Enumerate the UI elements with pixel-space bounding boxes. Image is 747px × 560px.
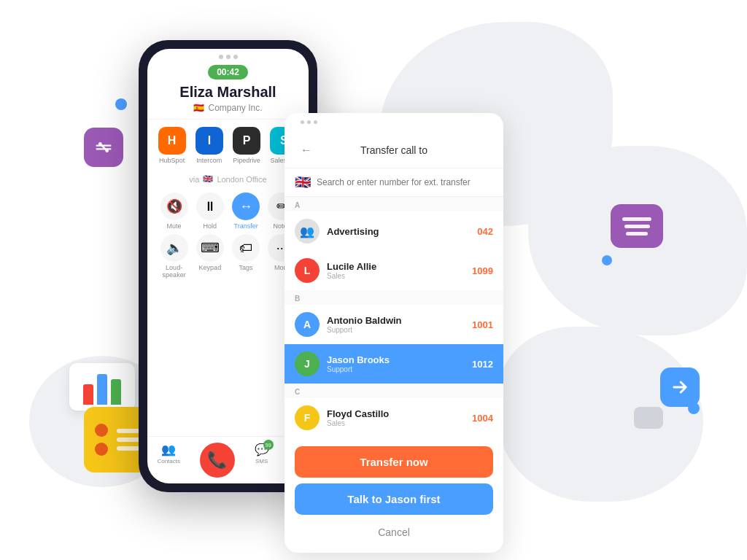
panel-title: Transfer call to	[317, 144, 471, 156]
advertising-avatar: 👥	[295, 219, 320, 244]
phone-dot-3	[233, 55, 238, 59]
pipedrive-icon: P	[233, 127, 260, 155]
hold-icon: ⏸	[196, 192, 224, 220]
action-row-1: 🔇 Mute ⏸ Hold ↔ Transfer ✏ Notes	[156, 192, 300, 230]
contact-antonio-baldwin[interactable]: A Antonio Baldwin Support 1001	[285, 305, 503, 344]
transfer-label: Transfer	[234, 222, 258, 230]
antonio-name: Antonio Baldwin	[327, 315, 465, 326]
widget-transfer-right	[660, 368, 700, 407]
tags-label: Tags	[239, 264, 253, 271]
jason-name: Jason Brooks	[327, 354, 465, 365]
chart-bar-2	[97, 374, 107, 405]
phone-notch-bar	[147, 49, 309, 62]
floyd-dept: Sales	[327, 419, 465, 427]
transfer-button[interactable]: ↔ Transfer	[232, 192, 260, 230]
transfer-panel: ← Transfer call to 🇬🇧 A 👥 Advertising 04…	[285, 113, 503, 553]
phone-contact-company: 🇪🇸 Company Inc.	[158, 103, 298, 113]
hangup-button[interactable]: 📞	[200, 443, 235, 478]
search-input[interactable]	[317, 177, 493, 187]
chart-widget	[69, 363, 135, 411]
keypad-button[interactable]: ⌨ Keypad	[196, 234, 224, 279]
chart-bar-3	[111, 379, 121, 405]
contact-jason-brooks[interactable]: J Jason Brooks Support 1012	[285, 344, 503, 384]
company-name: Company Inc.	[208, 103, 262, 113]
yellow-circles	[95, 424, 108, 456]
panel-dot-2	[307, 120, 311, 124]
search-flag: 🇬🇧	[295, 174, 311, 190]
phone-contact-name: Eliza Marshall	[158, 84, 298, 101]
pipedrive-label: Pipedrive	[233, 157, 260, 164]
antonio-avatar: A	[295, 312, 320, 337]
advertising-info: Advertising	[327, 226, 470, 237]
integration-hubspot[interactable]: H HubSpot	[158, 127, 186, 164]
transfer-right-icon	[670, 377, 690, 397]
keypad-icon: ⌨	[196, 234, 224, 262]
search-bar: 🇬🇧	[285, 168, 503, 197]
nav-hangup[interactable]: 📞	[200, 443, 235, 478]
antonio-info: Antonio Baldwin Support	[327, 315, 465, 334]
nav-contacts[interactable]: 👥 Contacts	[157, 443, 180, 478]
section-c-label: C	[285, 384, 503, 398]
transfer-icon	[93, 137, 114, 158]
yellow-circle-1	[95, 424, 108, 437]
message-widget	[611, 204, 663, 248]
widget-transfer-icon	[84, 128, 123, 167]
panel-dot-3	[314, 120, 317, 124]
loudspeaker-icon: 🔈	[160, 234, 188, 262]
transfer-now-button[interactable]: Transfer now	[295, 446, 493, 478]
chart-bar-1	[83, 384, 93, 405]
integration-pipedrive[interactable]: P Pipedrive	[233, 127, 260, 164]
via-flag: 🇬🇧	[203, 174, 213, 184]
phone-dot-2	[226, 55, 231, 59]
keypad-label: Keypad	[199, 264, 222, 271]
contact-advertising[interactable]: 👥 Advertising 042	[285, 211, 503, 251]
yellow-circle-2	[95, 443, 108, 456]
antonio-ext: 1001	[472, 319, 493, 330]
tags-button[interactable]: 🏷 Tags	[232, 234, 260, 279]
integration-intercom[interactable]: I Intercom	[196, 127, 223, 164]
sms-label: SMS	[255, 458, 268, 464]
loudspeaker-button[interactable]: 🔈 Loud-speaker	[160, 234, 188, 279]
phone-dot-1	[219, 55, 223, 59]
msg-line-2	[624, 225, 650, 228]
accent-dot-2	[602, 255, 612, 265]
contacts-icon: 👥	[161, 443, 176, 456]
nav-sms[interactable]: 💬 99 SMS	[255, 443, 269, 478]
intercom-label: Intercom	[196, 157, 222, 164]
advertising-ext: 042	[477, 226, 493, 237]
lucile-dept: Sales	[327, 272, 465, 280]
mute-icon: 🔇	[160, 192, 188, 220]
hubspot-icon: H	[158, 127, 186, 155]
back-button[interactable]: ←	[296, 140, 317, 160]
lucile-name: Lucile Allie	[327, 261, 465, 272]
cancel-button[interactable]: Cancel	[295, 521, 493, 544]
background-blob-3	[499, 327, 703, 502]
via-text: via	[189, 175, 199, 184]
hubspot-label: HubSpot	[159, 157, 185, 164]
jason-ext: 1012	[472, 359, 493, 370]
mute-button[interactable]: 🔇 Mute	[160, 192, 188, 230]
lucile-ext: 1099	[472, 265, 493, 276]
phone-dots	[219, 55, 238, 59]
jason-info: Jason Brooks Support	[327, 354, 465, 373]
floyd-info: Floyd Castillo Sales	[327, 408, 465, 427]
contact-lucile-allie[interactable]: L Lucile Allie Sales 1099	[285, 251, 503, 290]
sms-icon: 💬 99	[255, 443, 269, 456]
accent-dot-1	[115, 98, 127, 110]
hold-label: Hold	[204, 222, 217, 230]
msg-line-1	[622, 217, 651, 221]
contact-floyd-castillo[interactable]: F Floyd Castillo Sales 1004	[285, 398, 503, 438]
mute-label: Mute	[167, 222, 182, 230]
intercom-icon: I	[196, 127, 223, 155]
section-a-label: A	[285, 197, 503, 211]
hold-button[interactable]: ⏸ Hold	[196, 192, 224, 230]
transfer-icon: ↔	[232, 192, 260, 220]
floyd-name: Floyd Castillo	[327, 408, 465, 419]
jason-avatar: J	[295, 351, 320, 376]
antonio-dept: Support	[327, 326, 465, 334]
gray-small-widget	[634, 407, 663, 429]
loudspeaker-label: Loud-speaker	[163, 264, 186, 279]
talk-first-button[interactable]: Talk to Jason first	[295, 483, 493, 515]
section-b-label: B	[285, 290, 503, 305]
panel-header: ← Transfer call to	[285, 130, 503, 168]
